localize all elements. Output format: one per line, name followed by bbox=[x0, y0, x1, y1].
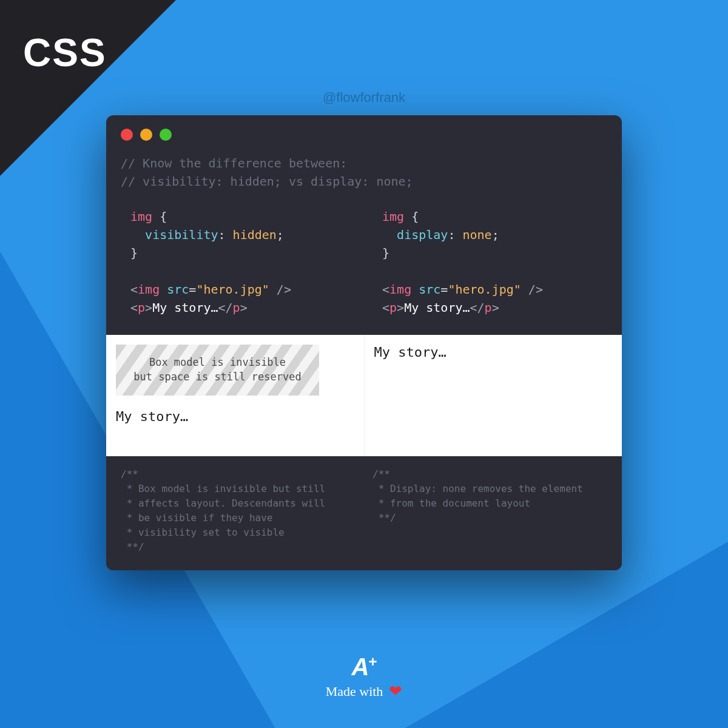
logo-plus: + bbox=[368, 653, 376, 670]
code-pane: // Know the difference between: // visib… bbox=[106, 147, 622, 335]
preview-pane: Box model is invisible but space is stil… bbox=[106, 335, 622, 456]
css-selector: img bbox=[130, 209, 152, 224]
minimize-icon bbox=[140, 129, 152, 141]
code-window: // Know the difference between: // visib… bbox=[106, 115, 622, 570]
html-tag: img bbox=[389, 282, 411, 297]
preview-right: My story… bbox=[365, 335, 622, 456]
made-label: Made with bbox=[326, 684, 383, 699]
code-column-left: img { visibility: hidden; } <img src="he… bbox=[121, 207, 356, 317]
footer: A+ Made with ❤ bbox=[326, 653, 403, 701]
placeholder-text: Box model is invisible bbox=[123, 356, 312, 370]
code-column-right: img { display: none; } <img src="hero.jp… bbox=[372, 207, 607, 317]
close-icon bbox=[121, 129, 133, 141]
logo: A+ bbox=[326, 653, 403, 681]
html-attr: src bbox=[167, 282, 189, 297]
comment-line: // visibility: hidden; vs display: none; bbox=[121, 172, 607, 190]
story-text: My story… bbox=[116, 409, 354, 424]
comment-line: // Know the difference between: bbox=[121, 154, 607, 172]
corner-label: CSS bbox=[23, 30, 107, 75]
html-tag: p bbox=[389, 300, 397, 315]
html-text: My story… bbox=[152, 300, 218, 315]
explanation-pane: /** * Box model is invisible but still *… bbox=[106, 456, 622, 570]
invisible-placeholder: Box model is invisible but space is stil… bbox=[116, 345, 319, 396]
code-comment: // Know the difference between: // visib… bbox=[121, 154, 607, 190]
author-handle: @flowforfrank bbox=[323, 90, 405, 106]
css-value: none bbox=[462, 228, 491, 242]
html-tag: p bbox=[138, 300, 145, 315]
logo-letter: A bbox=[352, 653, 369, 680]
story-text: My story… bbox=[374, 345, 613, 360]
explain-left: /** * Box model is invisible but still *… bbox=[121, 467, 356, 554]
preview-left: Box model is invisible but space is stil… bbox=[106, 335, 365, 456]
maximize-icon bbox=[160, 129, 172, 141]
made-with: Made with ❤ bbox=[326, 682, 403, 701]
heart-icon: ❤ bbox=[389, 682, 402, 701]
window-titlebar bbox=[106, 115, 622, 147]
placeholder-text: but space is still reserved bbox=[123, 370, 312, 385]
explain-right: /** * Display: none removes the element … bbox=[372, 467, 607, 554]
html-text: My story… bbox=[404, 300, 470, 315]
html-tag: img bbox=[138, 282, 160, 297]
html-value: "hero.jpg" bbox=[196, 282, 269, 297]
html-attr: src bbox=[419, 282, 440, 297]
css-property: visibility bbox=[145, 228, 218, 242]
css-property: display bbox=[397, 228, 448, 242]
css-selector: img bbox=[382, 209, 404, 224]
code-columns: img { visibility: hidden; } <img src="he… bbox=[121, 207, 607, 317]
html-value: "hero.jpg" bbox=[448, 282, 521, 297]
css-value: hidden bbox=[233, 228, 277, 242]
